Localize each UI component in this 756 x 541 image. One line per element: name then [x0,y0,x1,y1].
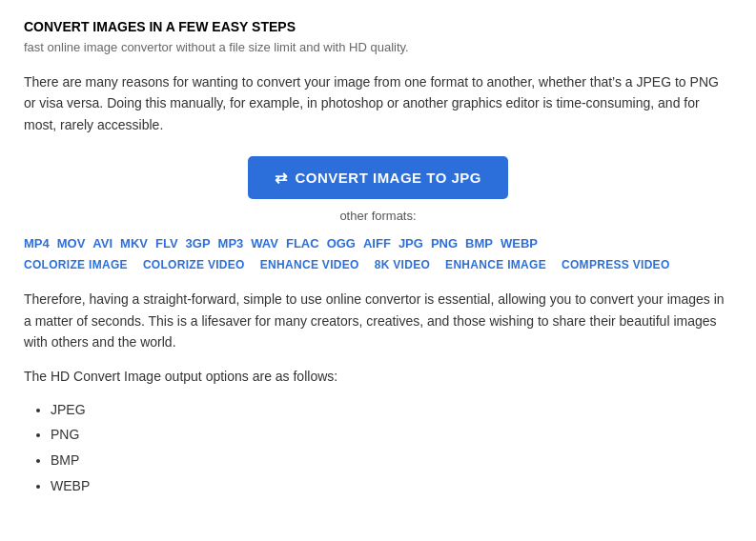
format-link-aiff[interactable]: AIFF [363,236,391,250]
list-item: JPEG [51,397,732,423]
format-link-3gp[interactable]: 3GP [186,236,211,250]
body-description-1: Therefore, having a straight-forward, si… [24,289,732,352]
format-link-wav[interactable]: WAV [251,236,278,250]
body-description-2: The HD Convert Image output options are … [24,366,732,387]
tool-link-colorize-video[interactable]: COLORIZE VIDEO [143,258,245,271]
subtitle: fast online image convertor without a fi… [24,40,732,54]
format-link-flv[interactable]: FLV [155,236,178,250]
convert-image-button[interactable]: ⇄ CONVERT IMAGE TO JPG [248,156,508,199]
list-item: BMP [51,448,732,473]
format-link-bmp[interactable]: BMP [465,236,493,250]
tool-link-8k-video[interactable]: 8K VIDEO [375,258,430,271]
format-link-jpg[interactable]: JPG [398,236,423,250]
tool-links-row: COLORIZE IMAGECOLORIZE VIDEOENHANCE VIDE… [24,258,732,271]
convert-button-label: CONVERT IMAGE TO JPG [295,170,481,186]
format-link-ogg[interactable]: OGG [327,236,356,250]
convert-icon: ⇄ [275,169,288,187]
intro-description: There are many reasons for wanting to co… [24,71,732,135]
format-links-row: MP4MOVAVIMKVFLV3GPMP3WAVFLACOGGAIFFJPGPN… [24,236,732,250]
tool-link-compress-video[interactable]: COMPRESS VIDEO [562,258,670,271]
tool-link-enhance-image[interactable]: ENHANCE IMAGE [445,258,546,271]
format-link-mov[interactable]: MOV [57,236,86,250]
other-formats-label: other formats: [339,209,416,223]
format-link-webp[interactable]: WEBP [501,236,538,250]
tool-link-colorize-image[interactable]: COLORIZE IMAGE [24,258,128,271]
format-link-mkv[interactable]: MKV [120,236,148,250]
format-link-avi[interactable]: AVI [92,236,112,250]
format-link-mp3[interactable]: MP3 [218,236,244,250]
output-list: JPEGPNGBMPWEBP [24,397,732,498]
format-link-mp4[interactable]: MP4 [24,236,50,250]
list-item: PNG [51,422,732,448]
format-link-png[interactable]: PNG [431,236,458,250]
page-title: CONVERT IMAGES IN A FEW EASY STEPS [24,19,732,34]
tool-link-enhance-video[interactable]: ENHANCE VIDEO [260,258,359,271]
format-link-flac[interactable]: FLAC [286,236,319,250]
list-item: WEBP [51,473,732,499]
convert-button-wrapper: ⇄ CONVERT IMAGE TO JPG other formats: [24,156,732,223]
